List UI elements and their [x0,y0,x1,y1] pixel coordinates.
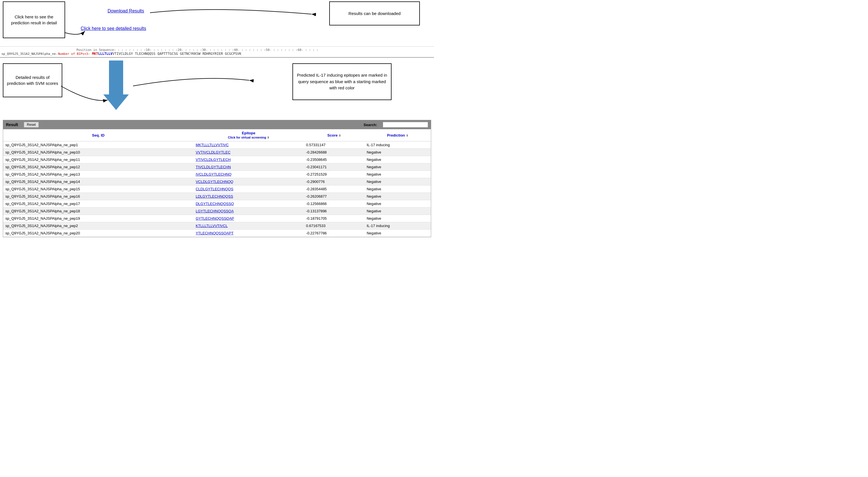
cell-prediction: Negative [364,208,431,215]
cell-seq-id: sp_Q9YGJ5_3S1A2_NAJSPAlpha_ne_pep17 [3,200,193,208]
table-row: sp_Q9YGJ5_3S1A2_NAJSPAlpha_ne_pep18LGYTL… [3,208,431,215]
sequence-area: Position in Sequence: : : : : : : : :10:… [0,47,434,58]
col-score: Score ⇕ [304,129,364,141]
cell-epitope[interactable]: LGYTLECHNQQSSQA [193,208,304,215]
table-row: sp_Q9YGJ5_3S1A2_NAJSPAlpha_ne_pep20YTLEC… [3,230,431,237]
cell-score: -0.23508645 [304,156,364,163]
callout-middle-right: Predicted IL-17 inducing epitopes are ma… [292,63,392,100]
callout-middle-right-text: Predicted IL-17 inducing epitopes are ma… [296,72,388,91]
cell-seq-id: sp_Q9YGJ5_3S1A2_NAJSPAlpha_ne_pep12 [3,163,193,171]
cell-score: 0.67167533 [304,222,364,230]
table-row: sp_Q9YGJ5_3S1A2_NAJSPAlpha_ne_pep15CLDLG… [3,185,431,193]
cell-seq-id: sp_Q9YGJ5_3S1A2_NAJSPAlpha_ne_pep19 [3,215,193,222]
cell-score: -0.28426688 [304,149,364,156]
seq-row: sp_Q9YGJ5_3S1A2_NAJSPAlpha_ne- Number of… [0,52,434,56]
cell-seq-id: sp_Q9YGJ5_3S1A2_NAJSPAlpha_ne_pep15 [3,185,193,193]
cell-seq-id: sp_Q9YGJ5_3S1A2_NAJSPAlpha_ne_pep16 [3,193,193,200]
table-area: Result Reset Search: Seq. ID EpitopeClic… [0,120,434,243]
seq-residues-red: MKT [92,52,98,56]
table-row: sp_Q9YGJ5_3S1A2_NAJSPAlpha_ne_pep13IVCLD… [3,171,431,178]
seq-residues-black: VTIVCLDLGY TLECHNQQSS QAPTTTGCSG GETNCYK… [113,52,241,56]
table-body: sp_Q9YGJ5_3S1A2_NAJSPAlpha_ne_pep1MKTLLL… [3,141,431,237]
arrow-middle-right [0,58,340,120]
cell-prediction: Negative [364,156,431,163]
table-row: sp_Q9YGJ5_3S1A2_NAJSPAlpha_ne_pep16LDLGY… [3,193,431,200]
cell-epitope[interactable]: VVTIVCLDLGYTLEC [193,149,304,156]
cell-epitope[interactable]: TIVCLDLGYTLECHN [193,163,304,171]
cell-seq-id: sp_Q9YGJ5_3S1A2_NAJSPAlpha_ne_pep18 [3,208,193,215]
cell-prediction: Negative [364,193,431,200]
cell-epitope[interactable]: VCLDLGYTLECHNQQ [193,178,304,185]
cell-score: -0.26206877 [304,193,364,200]
table-row: sp_Q9YGJ5_3S1A2_NAJSPAlpha_ne_pep19GYTLE… [3,215,431,222]
cell-prediction: Negative [364,149,431,156]
cell-epitope[interactable]: LDLGYTLECHNQQSS [193,193,304,200]
download-results-link[interactable]: Download Results [107,8,144,13]
cell-score: -0.22767786 [304,230,364,237]
cell-score: -0.2900776 [304,178,364,185]
cell-epitope[interactable]: VTIVCLDLGYTLECH [193,156,304,163]
cell-epitope[interactable]: MKTLLLTLLVVTIVC [193,141,304,149]
seq-id-label: sp_Q9YGJ5_3S1A2_NAJSPAlpha_ne- [1,52,58,56]
table-row: sp_Q9YGJ5_3S1A2_NAJSPAlpha_ne_pep14VCLDL… [3,178,431,185]
cell-epitope[interactable]: YTLECHNQQSSQAPT [193,230,304,237]
seq-bips-label: Number of BIPs=3: [58,52,92,56]
cell-seq-id: sp_Q9YGJ5_3S1A2_NAJSPAlpha_ne_pep2 [3,222,193,230]
results-table-wrapper: Result Reset Search: Seq. ID EpitopeClic… [3,120,431,237]
col-prediction: Prediction ⇕ [364,129,431,141]
cell-prediction: Negative [364,185,431,193]
cell-score: -0.23041171 [304,163,364,171]
cell-seq-id: sp_Q9YGJ5_3S1A2_NAJSPAlpha_ne_pep14 [3,178,193,185]
cell-seq-id: sp_Q9YGJ5_3S1A2_NAJSPAlpha_ne_pep1 [3,141,193,149]
results-table: Seq. ID EpitopeClick for virtual screeni… [3,129,431,237]
cell-prediction: IL-17 inducing [364,141,431,149]
cell-prediction: IL-17 inducing [364,222,431,230]
detailed-results-link[interactable]: Click here to see detailed results [81,26,146,31]
callout-right-text: Results can be downloaded [348,10,401,16]
table-row: sp_Q9YGJ5_3S1A2_NAJSPAlpha_ne_pep17DLGYT… [3,200,431,208]
table-row: sp_Q9YGJ5_3S1A2_NAJSPAlpha_ne_pep10VVTIV… [3,149,431,156]
search-label: Search: [364,123,377,127]
table-row: sp_Q9YGJ5_3S1A2_NAJSPAlpha_ne_pep1MKTLLL… [3,141,431,149]
table-row: sp_Q9YGJ5_3S1A2_NAJSPAlpha_ne_pep12TIVCL… [3,163,431,171]
table-header-row: Seq. ID EpitopeClick for virtual screeni… [3,129,431,141]
table-row: sp_Q9YGJ5_3S1A2_NAJSPAlpha_ne_pep11VTIVC… [3,156,431,163]
cell-prediction: Negative [364,215,431,222]
cell-seq-id: sp_Q9YGJ5_3S1A2_NAJSPAlpha_ne_pep13 [3,171,193,178]
reset-button[interactable]: Reset [24,122,39,128]
search-input[interactable] [383,122,428,128]
callout-box-right: Results can be downloaded [329,1,420,26]
seq-residues-blue: LLLTLLV [98,52,113,56]
cell-epitope[interactable]: GYTLECHNQQSSQAP [193,215,304,222]
table-header-bar: Result Reset Search: [3,120,431,129]
col-epitope: EpitopeClick for virtual screening ⇕ [193,129,304,141]
cell-prediction: Negative [364,163,431,171]
cell-prediction: Negative [364,200,431,208]
cell-epitope[interactable]: IVCLDLGYTLECHNQ [193,171,304,178]
result-label: Result [6,123,18,127]
cell-score: -0.13137896 [304,208,364,215]
col-seq-id: Seq. ID [3,129,193,141]
cell-score: -0.12566866 [304,200,364,208]
cell-score: -0.28354485 [304,185,364,193]
cell-score: -0.18791705 [304,215,364,222]
cell-seq-id: sp_Q9YGJ5_3S1A2_NAJSPAlpha_ne_pep11 [3,156,193,163]
cell-seq-id: sp_Q9YGJ5_3S1A2_NAJSPAlpha_ne_pep20 [3,230,193,237]
cell-prediction: Negative [364,178,431,185]
callout-left-text: Click here to see the prediction result … [7,14,61,26]
cell-prediction: Negative [364,230,431,237]
cell-score: -0.27251529 [304,171,364,178]
table-row: sp_Q9YGJ5_3S1A2_NAJSPAlpha_ne_pep2KTLLLT… [3,222,431,230]
middle-area: Detailed results of prediction with SVM … [0,58,434,120]
cell-score: 0.57331147 [304,141,364,149]
cell-seq-id: sp_Q9YGJ5_3S1A2_NAJSPAlpha_ne_pep10 [3,149,193,156]
cell-epitope[interactable]: CLDLGYTLECHNQQS [193,185,304,193]
cell-epitope[interactable]: KTLLLTLLVVTIVCL [193,222,304,230]
seq-ruler: Position in Sequence: : : : : : : : :10:… [0,48,434,52]
cell-prediction: Negative [364,171,431,178]
callout-box-left: Click here to see the prediction result … [3,1,65,38]
cell-epitope[interactable]: DLGYTLECHNQQSSQ [193,200,304,208]
